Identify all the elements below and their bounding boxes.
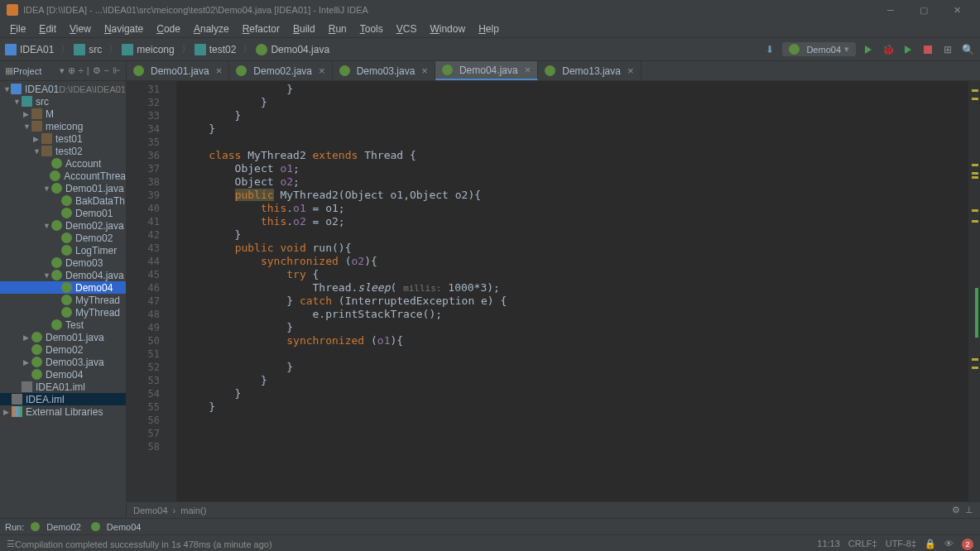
close-tab-icon[interactable]: ×: [525, 64, 531, 76]
breadcrumb-0[interactable]: IDEA01: [5, 44, 54, 55]
tree-item-7[interactable]: AccountThrea: [0, 170, 126, 182]
close-tab-icon[interactable]: ×: [421, 65, 428, 77]
editor-tabs: Demo01.java×Demo02.java×Demo03.java×Demo…: [127, 61, 980, 81]
code-content[interactable]: } } } } class MyThread2 extends Thread {…: [176, 81, 968, 501]
window-title: IDEA [D:\\IDEA] - ...\IDEA01\src\meicong…: [23, 5, 368, 15]
tree-item-11[interactable]: ▼Demo02.java: [0, 219, 126, 232]
tree-item-3[interactable]: ▼meicong: [0, 120, 126, 132]
tree-item-15[interactable]: ▼Demo04.java: [0, 269, 126, 281]
debug-button[interactable]: 🐞: [881, 42, 896, 57]
menu-view[interactable]: View: [63, 22, 98, 36]
tree-item-14[interactable]: Demo03: [0, 256, 126, 269]
project-panel: ▦ Project ▾ ⊕ ÷ | ⚙ − ⊩ ▼IDEA01 D:\IDEA\…: [0, 61, 127, 518]
structure-breadcrumbs[interactable]: Demo04›main() ⚙ ⊥: [127, 501, 980, 518]
menu-code[interactable]: Code: [150, 22, 187, 36]
marker-bar[interactable]: [968, 81, 980, 501]
cursor-position[interactable]: 11:13: [817, 539, 840, 550]
menu-help[interactable]: Help: [472, 22, 506, 36]
tree-item-18[interactable]: MyThread: [0, 306, 126, 319]
menu-vcs[interactable]: VCS: [390, 22, 424, 36]
project-tree[interactable]: ▼IDEA01 D:\IDEA\IDEA01▼src▶M▼meicong▶tes…: [0, 81, 126, 518]
line-sep[interactable]: CRLF‡: [848, 539, 877, 550]
tab-Demo04.java[interactable]: Demo04.java×: [435, 61, 538, 80]
run-config-selector[interactable]: Demo04 ▾: [782, 42, 856, 56]
fold-column: [166, 81, 176, 501]
tree-item-2[interactable]: ▶M: [0, 108, 126, 120]
tree-item-0[interactable]: ▼IDEA01 D:\IDEA\IDEA01: [0, 83, 126, 95]
stop-button[interactable]: [920, 42, 935, 57]
collapse-icon[interactable]: ÷: [79, 65, 84, 76]
menu-navigate[interactable]: Navigate: [98, 22, 150, 36]
notif-badge[interactable]: 2: [962, 539, 973, 550]
menu-build[interactable]: Build: [286, 22, 322, 36]
menu-file[interactable]: File: [3, 22, 32, 36]
more-icon[interactable]: ⊩: [113, 65, 121, 76]
tree-item-12[interactable]: Demo02: [0, 232, 126, 244]
run-tab-demo02[interactable]: Demo02: [31, 522, 81, 532]
code-editor[interactable]: 3132333435363738394041424344454647484950…: [127, 81, 980, 501]
tree-item-21[interactable]: Demo02: [0, 343, 126, 356]
close-tab-icon[interactable]: ×: [319, 65, 325, 77]
run-button[interactable]: [861, 42, 876, 57]
tab-Demo01.java[interactable]: Demo01.java×: [127, 61, 229, 80]
tree-item-22[interactable]: ▶Demo03.java: [0, 356, 126, 368]
close-button[interactable]: ✕: [940, 0, 973, 20]
project-header[interactable]: ▦ Project ▾ ⊕ ÷ | ⚙ − ⊩: [0, 61, 126, 81]
tree-item-24[interactable]: IDEA01.iml: [0, 381, 126, 393]
line-gutter: 3132333435363738394041424344454647484950…: [127, 81, 166, 501]
breadcrumb-3[interactable]: test02: [195, 44, 237, 55]
app-icon: [7, 4, 18, 16]
minimize-button[interactable]: ─: [874, 0, 907, 20]
close-tab-icon[interactable]: ×: [216, 65, 223, 77]
inspect-icon[interactable]: 👁: [944, 539, 954, 550]
run-tool-bar: Run: Demo02 Demo04: [0, 518, 980, 534]
tree-item-5[interactable]: ▼test02: [0, 145, 126, 157]
tree-item-9[interactable]: BakDataTh: [0, 194, 126, 207]
tree-item-20[interactable]: ▶Demo01.java: [0, 331, 126, 343]
target-icon[interactable]: ⊕: [68, 65, 75, 76]
hide-icon[interactable]: −: [104, 65, 109, 76]
dock-icon[interactable]: ⊥: [965, 505, 973, 515]
gear-icon[interactable]: ⚙: [952, 505, 960, 515]
tree-item-8[interactable]: ▼Demo01.java: [0, 182, 126, 194]
tree-item-10[interactable]: Demo01: [0, 207, 126, 219]
readonly-icon[interactable]: 🔒: [925, 539, 936, 550]
coverage-button[interactable]: [901, 42, 915, 57]
breadcrumb-2[interactable]: meicong: [122, 44, 174, 55]
toolbar: IDEA01〉src〉meicong〉test02〉Demo04.java ⬇ …: [0, 38, 980, 61]
maximize-button[interactable]: ▢: [907, 0, 940, 20]
tab-Demo13.java[interactable]: Demo13.java×: [538, 61, 641, 80]
menu-run[interactable]: Run: [322, 22, 353, 36]
build-icon[interactable]: ⬇: [762, 42, 777, 57]
breadcrumb-4[interactable]: Demo04.java: [256, 44, 329, 55]
run-tab-demo04[interactable]: Demo04: [91, 522, 142, 532]
structure-icon[interactable]: ⊞: [940, 42, 955, 57]
tree-item-6[interactable]: Account: [0, 157, 126, 170]
tree-item-25[interactable]: IDEA.iml: [0, 393, 126, 405]
tree-item-26[interactable]: ▶External Libraries: [0, 405, 126, 418]
menu-tools[interactable]: Tools: [353, 22, 390, 36]
menu-bar: FileEditViewNavigateCodeAnalyzeRefactorB…: [0, 20, 980, 38]
tree-item-16[interactable]: Demo04: [0, 281, 126, 294]
tree-item-13[interactable]: LogTimer: [0, 244, 126, 256]
title-bar: IDEA [D:\\IDEA] - ...\IDEA01\src\meicong…: [0, 0, 980, 20]
menu-window[interactable]: Window: [423, 22, 472, 36]
gear-icon[interactable]: ⚙: [93, 65, 101, 76]
status-icon: ☰: [7, 539, 15, 549]
close-tab-icon[interactable]: ×: [627, 65, 634, 77]
tab-Demo02.java[interactable]: Demo02.java×: [229, 61, 332, 80]
encoding[interactable]: UTF-8‡: [886, 539, 916, 550]
tree-item-19[interactable]: Test: [0, 319, 126, 331]
settings-icon[interactable]: ▾: [60, 65, 65, 76]
search-icon[interactable]: 🔍: [960, 42, 975, 57]
menu-edit[interactable]: Edit: [32, 22, 63, 36]
status-message: Compilation completed successfully in 1s…: [15, 539, 272, 549]
tab-Demo03.java[interactable]: Demo03.java×: [333, 61, 435, 80]
menu-refactor[interactable]: Refactor: [236, 22, 286, 36]
menu-analyze[interactable]: Analyze: [187, 22, 236, 36]
tree-item-1[interactable]: ▼src: [0, 95, 126, 108]
breadcrumb-1[interactable]: src: [74, 44, 102, 55]
tree-item-17[interactable]: MyThread: [0, 294, 126, 306]
tree-item-23[interactable]: Demo04: [0, 368, 126, 381]
tree-item-4[interactable]: ▶test01: [0, 132, 126, 145]
